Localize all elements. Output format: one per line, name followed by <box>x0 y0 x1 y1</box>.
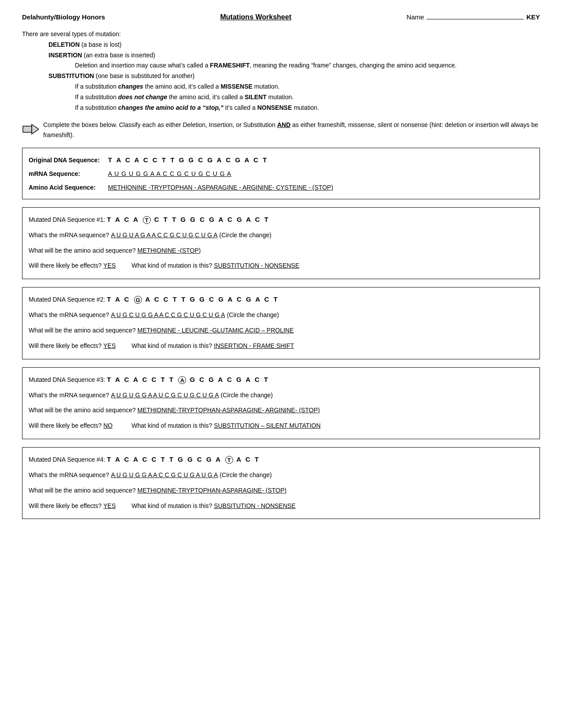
original-mrna-row: mRNA Sequence: A U G U G G A A C C G C U… <box>29 167 533 181</box>
orig-mrna-label: mRNA Sequence: <box>29 167 104 181</box>
orig-mrna-value: A U G U G G A A C C G C U G C U G A <box>108 167 231 181</box>
original-dna-box: Original DNA Sequence: T A C A C C T T G… <box>22 148 540 199</box>
orig-amino-label: Amino Acid Sequence: <box>29 181 104 194</box>
mut-effects-row-3: Will there likely be effects? NO What ki… <box>29 419 533 433</box>
mut-dna-row-3: Mutated DNA Sequence #3: T A C A C C T T… <box>29 372 533 387</box>
mut-effects-row-4: Will there likely be effects? YES What k… <box>29 499 533 513</box>
mutation-box-1: Mutated DNA Sequence #1: T A C A T C T T… <box>22 207 540 279</box>
mut-amino-row-2: What will be the amino acid sequence? ME… <box>29 324 533 337</box>
mut-mrna-row-3: What’s the mRNA sequence? A U G U G G A … <box>29 388 533 402</box>
name-label: Name <box>406 13 424 21</box>
mut-mrna-row-2: What’s the mRNA sequence? A U G C U G G … <box>29 308 533 322</box>
header: Delahunty/Biology Honors Mutations Works… <box>22 13 540 21</box>
nonsense-line: If a substitution changes the amino acid… <box>75 103 540 113</box>
insertion-line: INSERTION (an extra base is inserted) <box>48 50 540 61</box>
mutation-box-3: Mutated DNA Sequence #3: T A C A C C T T… <box>22 367 540 439</box>
deletion-line: DELETION (a base is lost) <box>48 40 540 50</box>
silent-line: If a substitution does not change the am… <box>75 92 540 103</box>
mut-mrna-row-1: What’s the mRNA sequence? A U G U A G A … <box>29 228 533 242</box>
key-label: KEY <box>526 13 540 21</box>
mut-amino-row-1: What will be the amino acid sequence? ME… <box>29 244 533 258</box>
mut-dna-row-1: Mutated DNA Sequence #1: T A C A T C T T… <box>29 212 533 227</box>
name-line <box>427 19 524 19</box>
header-center: Mutations Worksheet <box>220 13 291 21</box>
header-left: Delahunty/Biology Honors <box>22 13 105 21</box>
header-right: Name KEY <box>406 13 540 21</box>
orig-dna-label: Original DNA Sequence: <box>29 153 104 167</box>
original-dna-row: Original DNA Sequence: T A C A C C T T G… <box>29 153 533 167</box>
instruction-text: Complete the boxes below. Classify each … <box>43 120 540 140</box>
intro-section: There are several types of mutation: DEL… <box>22 29 540 113</box>
mutation-box-4: Mutated DNA Sequence #4: T A C A C C T T… <box>22 447 540 519</box>
arrow-icon <box>22 121 39 139</box>
mut-dna-row-2: Mutated DNA Sequence #2: T A C G A C C T… <box>29 292 533 306</box>
mut-dna-row-4: Mutated DNA Sequence #4: T A C A C C T T… <box>29 452 533 467</box>
orig-dna-value: T A C A C C T T G G C G A C G A C T <box>108 153 268 167</box>
svg-marker-1 <box>32 124 39 134</box>
mut-amino-row-4: What will be the amino acid sequence? ME… <box>29 484 533 497</box>
substitution-line: SUBSTITUTION (one base is substituted fo… <box>48 71 540 82</box>
mut-effects-row-1: Will there likely be effects? YES What k… <box>29 259 533 273</box>
instruction-section: Complete the boxes below. Classify each … <box>22 120 540 140</box>
mut-mrna-row-4: What’s the mRNA sequence? A U G U G G A … <box>29 468 533 482</box>
mutation-box-2: Mutated DNA Sequence #2: T A C G A C C T… <box>22 287 540 359</box>
frameshift-line: Deletion and insertion may cause what’s … <box>75 60 540 71</box>
orig-amino-value: METHIONINE -TRYPTOPHAN - ASPARAGINE - AR… <box>108 181 333 194</box>
original-amino-row: Amino Acid Sequence: METHIONINE -TRYPTOP… <box>29 181 533 194</box>
mutation-boxes: Mutated DNA Sequence #1: T A C A T C T T… <box>22 207 540 519</box>
missense-line: If a substitution changes the amino acid… <box>75 82 540 92</box>
svg-rect-0 <box>23 126 32 132</box>
mut-amino-row-3: What will be the amino acid sequence? ME… <box>29 403 533 417</box>
mut-effects-row-2: Will there likely be effects? YES What k… <box>29 339 533 353</box>
intro-line1: There are several types of mutation: <box>22 29 540 40</box>
